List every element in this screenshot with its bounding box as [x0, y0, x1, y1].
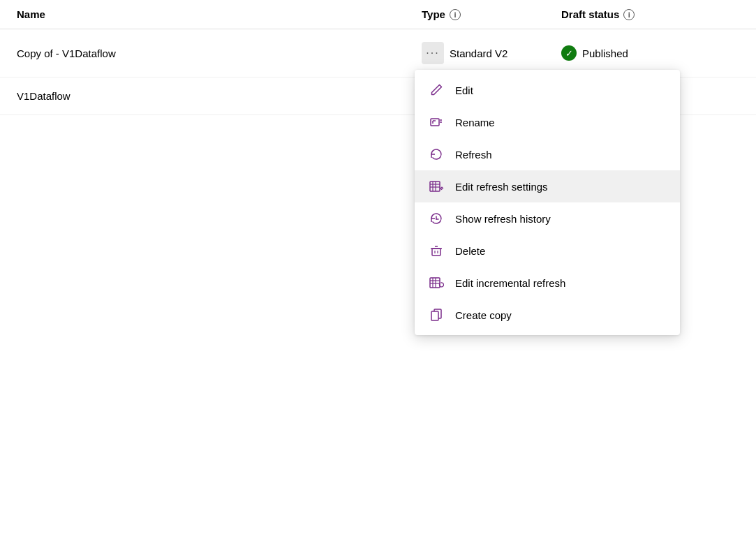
row-actions: ···: [422, 42, 450, 64]
column-name-label: Name: [17, 8, 45, 20]
menu-item-refresh[interactable]: Refresh: [415, 138, 680, 170]
menu-item-label: Create copy: [455, 309, 512, 321]
menu-item-label: Edit: [455, 84, 473, 96]
dataflow-name: V1Dataflow: [17, 90, 71, 102]
menu-item-delete[interactable]: Delete: [415, 235, 680, 267]
svg-rect-23: [431, 311, 438, 320]
menu-item-create-copy[interactable]: Create copy: [415, 299, 680, 331]
draft-status-info-icon: i: [623, 9, 635, 20]
menu-item-label: Rename: [455, 117, 495, 128]
edit-refresh-icon: [429, 179, 444, 194]
dataflow-type: Standard V2: [450, 47, 507, 59]
dataflow-name: Copy of - V1Dataflow: [17, 47, 116, 59]
context-menu: Edit Rename Refresh: [415, 70, 680, 335]
menu-item-label: Refresh: [455, 149, 492, 161]
menu-item-label: Edit incremental refresh: [455, 277, 565, 289]
edit-icon: [429, 82, 444, 98]
menu-item-rename[interactable]: Rename: [415, 106, 680, 138]
rename-icon: [429, 114, 444, 130]
row-status: ✓ Published: [561, 45, 739, 61]
published-check-icon: ✓: [561, 45, 577, 61]
column-draft-status-label: Draft status: [561, 8, 619, 20]
row-name: V1Dataflow: [17, 90, 422, 102]
delete-icon: [429, 243, 444, 258]
status-label: Published: [582, 47, 628, 59]
menu-item-label: Delete: [455, 245, 485, 257]
svg-rect-5: [430, 182, 440, 191]
copy-icon: [429, 307, 444, 323]
incremental-icon: [429, 275, 444, 290]
row-name: Copy of - V1Dataflow: [17, 47, 422, 59]
refresh-icon: [429, 147, 444, 162]
more-options-button[interactable]: ···: [422, 42, 444, 64]
column-type: Type i: [422, 8, 561, 20]
svg-rect-12: [432, 249, 440, 256]
menu-item-label: Show refresh history: [455, 213, 551, 225]
column-type-label: Type: [422, 8, 445, 20]
type-info-icon: i: [450, 9, 461, 20]
table-header: Name Type i Draft status i: [0, 0, 756, 29]
column-draft-status: Draft status i: [561, 8, 739, 20]
menu-item-edit-refresh-settings[interactable]: Edit refresh settings: [415, 170, 680, 202]
svg-rect-17: [430, 278, 440, 288]
column-name: Name: [17, 8, 422, 20]
svg-rect-0: [431, 119, 439, 126]
menu-item-edit[interactable]: Edit: [415, 74, 680, 106]
menu-item-edit-incremental-refresh[interactable]: Edit incremental refresh: [415, 267, 680, 299]
row-type: Standard V2: [450, 47, 561, 59]
menu-item-label: Edit refresh settings: [455, 181, 548, 193]
menu-item-show-refresh-history[interactable]: Show refresh history: [415, 202, 680, 235]
history-icon: [429, 211, 444, 226]
